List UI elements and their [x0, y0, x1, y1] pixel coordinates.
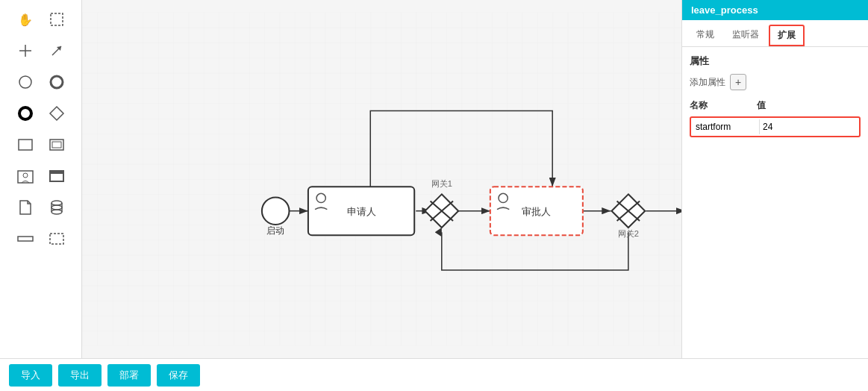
svg-rect-20	[50, 234, 63, 244]
svg-marker-8	[50, 107, 63, 120]
canvas-area[interactable]: 启动 申请人 网关1 审批人 网关2 结束	[82, 0, 681, 358]
import-button[interactable]: 导入	[9, 364, 52, 387]
tab-extend[interactable]: 扩展	[769, 25, 805, 46]
bold-circle-tool[interactable]	[12, 100, 39, 127]
property-headers: 名称 值	[690, 99, 861, 112]
add-property-label: 添加属性	[690, 76, 725, 89]
user-rect-tool[interactable]	[12, 163, 39, 190]
bar-tool[interactable]	[12, 225, 39, 252]
svg-text:网关1: 网关1	[431, 179, 452, 188]
circle-tool[interactable]	[12, 69, 39, 96]
deploy-button[interactable]: 部署	[107, 364, 151, 387]
left-toolbar: ✋	[0, 0, 82, 358]
svg-rect-21	[82, 12, 681, 345]
svg-point-17	[51, 210, 62, 214]
arrow-tool[interactable]	[43, 37, 70, 64]
inner-rect-tool[interactable]	[43, 131, 70, 158]
doc-tool[interactable]	[12, 194, 39, 221]
property-value-input[interactable]	[759, 119, 868, 134]
svg-text:网关2: 网关2	[618, 229, 639, 238]
property-name-input[interactable]	[693, 119, 756, 134]
svg-rect-11	[52, 142, 61, 148]
diamond-tool[interactable]	[43, 100, 70, 127]
panel-tabs: 常规 监听器 扩展	[682, 20, 868, 47]
col-name-header: 名称	[690, 99, 757, 112]
hand-tool[interactable]: ✋	[12, 6, 39, 33]
panel-title: leave_process	[682, 0, 868, 20]
properties-section-title: 属性	[690, 54, 861, 68]
dash-rect-tool[interactable]	[43, 225, 70, 252]
dark-rect-tool[interactable]	[43, 163, 70, 190]
panel-content: 属性 添加属性 + 名称 值 ×	[682, 47, 868, 358]
svg-rect-9	[19, 140, 32, 150]
right-panel: leave_process 常规 监听器 扩展 属性 添加属性 + 名称 值 ×	[681, 0, 868, 358]
svg-point-5	[19, 76, 31, 88]
export-button[interactable]: 导出	[58, 364, 102, 387]
svg-point-29	[262, 197, 290, 225]
svg-text:启动: 启动	[266, 225, 284, 236]
bottom-toolbar: 导入 导出 部署 保存	[0, 358, 868, 391]
svg-rect-0	[51, 13, 63, 25]
db-tool[interactable]	[43, 194, 70, 221]
svg-point-13	[23, 173, 28, 178]
rect-tool[interactable]	[12, 131, 39, 158]
svg-rect-15	[50, 171, 63, 174]
save-button[interactable]: 保存	[157, 364, 200, 387]
svg-point-7	[19, 107, 31, 119]
select-tool[interactable]	[43, 6, 70, 33]
svg-point-6	[51, 76, 63, 88]
tab-listener[interactable]: 监听器	[724, 25, 767, 46]
thick-circle-tool[interactable]	[43, 69, 70, 96]
property-row: ×	[690, 116, 861, 137]
col-value-header: 值	[757, 99, 861, 112]
add-property-row: 添加属性 +	[690, 74, 861, 90]
add-property-button[interactable]: +	[730, 74, 746, 90]
svg-point-18	[51, 205, 62, 210]
svg-point-16	[51, 201, 62, 205]
tab-normal[interactable]: 常规	[688, 25, 722, 46]
svg-text:审批人: 审批人	[522, 206, 551, 217]
svg-text:申请人: 申请人	[347, 206, 376, 217]
svg-rect-19	[18, 237, 33, 241]
crosshair-tool[interactable]	[12, 37, 39, 64]
